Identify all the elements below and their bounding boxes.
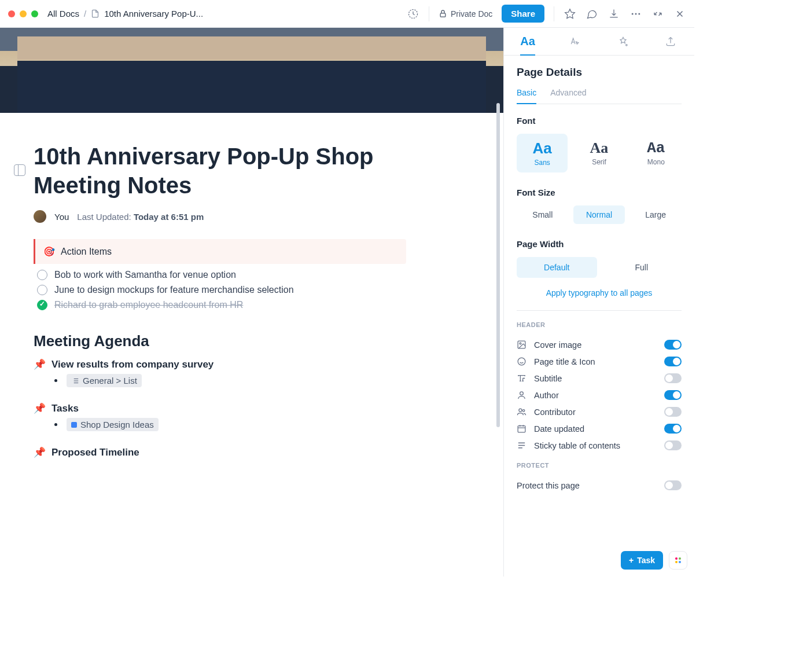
svg-point-12 <box>625 44 627 46</box>
favorite-icon[interactable] <box>564 8 576 20</box>
toggle-switch[interactable] <box>664 340 682 350</box>
divider <box>429 6 429 21</box>
comment-icon[interactable] <box>586 8 598 20</box>
action-items-label: Action Items <box>61 247 112 257</box>
sidebar-toggle-icon[interactable] <box>14 164 25 176</box>
svg-point-15 <box>518 358 525 365</box>
tab-advanced[interactable]: Advanced <box>550 88 586 104</box>
toggle-switch[interactable] <box>664 390 682 400</box>
page-width-segment: Default Full <box>517 257 682 278</box>
breadcrumb-title[interactable]: 10th Anniversary Pop-U... <box>104 9 203 19</box>
action-items-callout: 🎯 Action Items <box>34 239 406 264</box>
user-icon <box>517 390 527 400</box>
checkbox-icon[interactable] <box>37 270 47 280</box>
image-icon <box>517 340 527 350</box>
apply-typography-link[interactable]: Apply typography to all pages <box>517 288 682 298</box>
svg-point-14 <box>520 343 521 344</box>
svg-point-3 <box>632 13 634 14</box>
panel-subtabs: Basic Advanced <box>517 88 682 104</box>
tab-basic[interactable]: Basic <box>517 88 536 104</box>
linked-task-chip[interactable]: Shop Design Ideas <box>67 418 159 431</box>
bullet-icon <box>54 423 57 426</box>
new-task-button[interactable]: + Task <box>621 551 663 570</box>
page-width-default[interactable]: Default <box>517 257 597 278</box>
page-width-full[interactable]: Full <box>602 257 682 278</box>
toggle-switch[interactable] <box>664 440 682 450</box>
checklist: Bob to work with Samantha for venue opti… <box>34 267 406 313</box>
maximize-window-button[interactable] <box>31 10 38 17</box>
check-item[interactable]: Bob to work with Samantha for venue opti… <box>34 267 406 282</box>
minimize-window-button[interactable] <box>20 10 27 17</box>
history-icon[interactable] <box>407 8 419 20</box>
agenda-item[interactable]: 📌 View results from company survey <box>34 357 406 372</box>
download-icon[interactable] <box>608 8 620 20</box>
font-option-serif[interactable]: Aa Serif <box>573 134 624 172</box>
close-window-button[interactable] <box>8 10 15 17</box>
window-controls <box>8 10 38 17</box>
font-size-label: Font Size <box>517 188 682 197</box>
calendar-icon <box>517 424 527 434</box>
checkbox-icon[interactable] <box>37 285 47 295</box>
check-item[interactable]: Richard to grab employee headcount from … <box>34 298 406 313</box>
divider <box>517 310 682 311</box>
check-item[interactable]: June to design mockups for feature merch… <box>34 282 406 298</box>
font-size-large[interactable]: Large <box>629 205 682 224</box>
font-option-sans[interactable]: Aa Sans <box>517 134 568 172</box>
svg-point-17 <box>519 409 522 412</box>
ai-tab[interactable] <box>551 28 599 55</box>
top-actions: Private Doc Share <box>407 5 686 23</box>
pin-icon: 📌 <box>34 358 46 370</box>
font-option-mono[interactable]: Aa Mono <box>631 134 682 172</box>
breadcrumb-root[interactable]: All Docs <box>47 9 79 19</box>
list-item[interactable]: General > List <box>34 374 406 387</box>
apps-button[interactable] <box>669 551 687 570</box>
list-item[interactable]: Shop Design Ideas <box>34 418 406 431</box>
font-label: Font <box>517 116 682 126</box>
font-size-small[interactable]: Small <box>517 205 569 224</box>
pin-icon: 📌 <box>34 402 46 414</box>
scrollbar[interactable] <box>496 103 500 427</box>
font-size-segment: Small Normal Large <box>517 205 682 224</box>
text-icon <box>517 373 527 383</box>
page-title[interactable]: 10th Anniversary Pop-Up Shop Meeting Not… <box>34 142 406 200</box>
pin-icon: 📌 <box>34 446 46 458</box>
font-size-normal[interactable]: Normal <box>573 205 625 224</box>
close-icon[interactable] <box>673 8 686 20</box>
cover-image[interactable] <box>0 28 503 113</box>
content-area: 10th Anniversary Pop-Up Shop Meeting Not… <box>0 28 503 576</box>
tasks-heading[interactable]: 📌 Tasks <box>34 401 406 416</box>
toggle-switch[interactable] <box>664 480 682 490</box>
collapse-icon[interactable] <box>651 8 664 20</box>
author-avatar[interactable] <box>34 210 46 223</box>
checkbox-checked-icon[interactable] <box>37 300 47 310</box>
doc-meta: You Last Updated: Today at 6:51 pm <box>34 210 406 223</box>
share-button[interactable]: Share <box>502 5 544 23</box>
toggle-cover-image: Cover image <box>517 336 682 353</box>
divider <box>554 6 554 21</box>
toggle-switch[interactable] <box>664 424 682 434</box>
toggle-switch[interactable] <box>664 373 682 383</box>
export-tab[interactable] <box>647 28 694 55</box>
privacy-indicator[interactable]: Private Doc <box>439 9 492 19</box>
status-square-icon <box>71 422 77 428</box>
last-updated: Last Updated: Today at 6:51 pm <box>77 212 204 222</box>
linked-view-chip[interactable]: General > List <box>67 374 142 387</box>
page-width-label: Page Width <box>517 239 682 249</box>
agenda-heading[interactable]: Meeting Agenda <box>34 332 406 350</box>
svg-rect-19 <box>518 426 525 432</box>
toggle-contributor: Contributor <box>517 403 682 420</box>
toggle-author: Author <box>517 387 682 403</box>
users-icon <box>517 407 527 417</box>
topbar: All Docs / 10th Anniversary Pop-U... Pri… <box>0 0 694 28</box>
typography-tab[interactable]: Aa <box>504 28 551 55</box>
toggle-switch[interactable] <box>664 357 682 366</box>
document-icon <box>91 9 100 18</box>
author-name: You <box>54 212 69 222</box>
font-picker: Aa Sans Aa Serif Aa Mono <box>517 134 682 172</box>
toggle-switch[interactable] <box>664 407 682 417</box>
svg-point-4 <box>635 13 637 14</box>
templates-tab[interactable] <box>599 28 647 55</box>
timeline-heading[interactable]: 📌 Proposed Timeline <box>34 445 406 460</box>
more-icon[interactable] <box>629 8 642 20</box>
svg-marker-2 <box>565 9 575 18</box>
